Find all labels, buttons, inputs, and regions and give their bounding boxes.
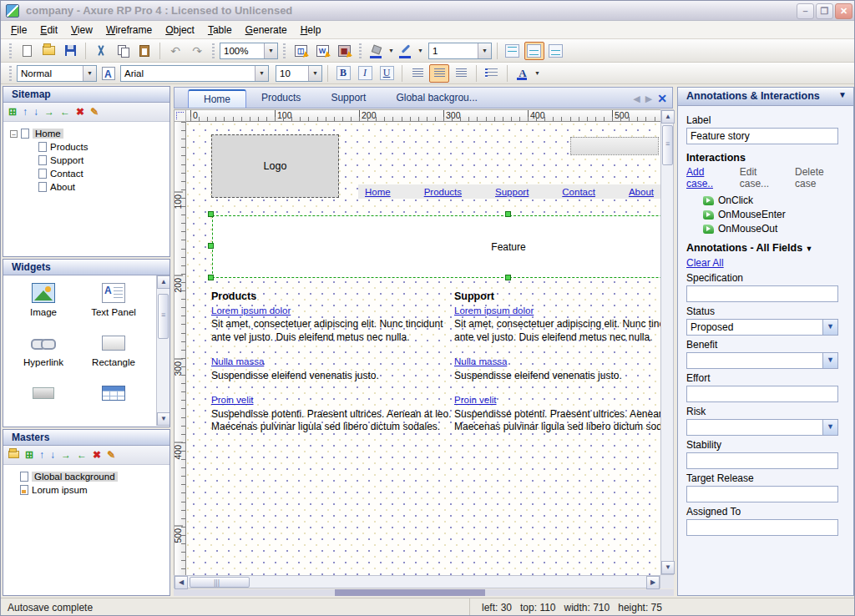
target-release-input[interactable]: [686, 486, 838, 502]
open-button[interactable]: [38, 42, 58, 60]
chevron-down-icon[interactable]: ▼: [388, 48, 394, 53]
widget-hyperlink[interactable]: Hyperlink: [8, 329, 78, 367]
new-folder-icon[interactable]: [8, 450, 19, 460]
scrollbar-thumb[interactable]: [158, 294, 169, 339]
nav-link-home[interactable]: Home: [365, 187, 391, 197]
wireframe-link[interactable]: Proin velit: [454, 395, 497, 405]
menu-edit[interactable]: Edit: [33, 22, 64, 38]
resize-handle-bottom-middle[interactable]: [505, 275, 511, 280]
risk-select[interactable]: ▼: [686, 419, 838, 436]
zoom-combobox[interactable]: 100% ▼: [220, 43, 278, 59]
indent-icon[interactable]: →: [44, 107, 54, 117]
edit-master-icon[interactable]: ✎: [107, 450, 115, 460]
redo-button[interactable]: ↷: [187, 42, 207, 60]
widget-button[interactable]: [8, 379, 78, 407]
delete-case-link[interactable]: Delete case: [795, 166, 845, 189]
specification-input[interactable]: [686, 285, 838, 302]
effort-input[interactable]: [686, 386, 838, 402]
chevron-down-icon[interactable]: ▼: [822, 420, 837, 435]
products-column[interactable]: Products Lorem ipsum dolor Sit amet, con…: [211, 290, 456, 446]
menu-table[interactable]: Table: [201, 22, 239, 38]
restore-button[interactable]: ❐: [816, 3, 833, 19]
menu-wireframe[interactable]: Wireframe: [99, 22, 159, 38]
resize-handle-top-middle[interactable]: [505, 211, 511, 217]
pane-scrollbar[interactable]: [174, 589, 674, 596]
chevron-down-icon[interactable]: ▼: [255, 66, 268, 81]
chevron-down-icon[interactable]: ▼: [534, 70, 540, 76]
menu-object[interactable]: Object: [159, 22, 201, 38]
close-button[interactable]: ✕: [835, 3, 852, 19]
menu-view[interactable]: View: [64, 22, 99, 38]
clear-all-link[interactable]: Clear All: [686, 257, 724, 269]
scrollbar-thumb[interactable]: [662, 125, 673, 165]
move-up-icon[interactable]: ↑: [39, 450, 44, 460]
align-left-button[interactable]: [407, 64, 428, 83]
font-color-button[interactable]: A: [513, 64, 533, 83]
event-onclick[interactable]: OnClick: [703, 194, 845, 206]
nav-link-about[interactable]: About: [629, 187, 654, 197]
search-box-widget[interactable]: [570, 137, 659, 155]
edit-page-icon[interactable]: ✎: [90, 107, 99, 117]
feature-widget-selected[interactable]: Feature: [212, 215, 660, 278]
toolbar-grip[interactable]: [9, 66, 12, 81]
outdent-icon[interactable]: ←: [60, 107, 70, 117]
tab-scroll-right-icon[interactable]: ▶: [645, 93, 652, 104]
bold-button[interactable]: B: [333, 64, 353, 83]
tree-item-about[interactable]: About: [38, 180, 169, 194]
delete-page-icon[interactable]: ✖: [76, 107, 84, 117]
benefit-select[interactable]: ▼: [686, 352, 838, 369]
underline-button[interactable]: U: [377, 64, 397, 83]
wireframe-link[interactable]: Nulla massa: [454, 356, 507, 366]
menu-file[interactable]: File: [4, 22, 33, 38]
tab-products[interactable]: Products: [246, 89, 316, 108]
font-combobox[interactable]: Arial ▼: [120, 65, 269, 82]
delete-master-icon[interactable]: ✖: [93, 450, 101, 460]
wireframe-link[interactable]: Proin velit: [211, 395, 254, 405]
widget-table[interactable]: [78, 379, 149, 407]
add-page-icon[interactable]: ⊞: [8, 107, 17, 117]
bullet-list-button[interactable]: [482, 64, 502, 83]
chevron-down-icon[interactable]: ▼: [822, 320, 837, 335]
minimize-button[interactable]: –: [797, 3, 814, 19]
widgets-scrollbar[interactable]: ▲ ▼: [156, 275, 169, 426]
indent-icon[interactable]: →: [61, 450, 71, 460]
new-button[interactable]: [17, 42, 37, 60]
chevron-down-icon[interactable]: ▼: [838, 90, 847, 105]
generate-spec-button[interactable]: ▦: [334, 42, 354, 60]
style-combobox[interactable]: Normal ▼: [17, 65, 97, 82]
scrollbar-thumb[interactable]: [190, 577, 250, 588]
scroll-up-icon[interactable]: ▲: [661, 110, 675, 124]
move-up-icon[interactable]: ↑: [23, 107, 28, 117]
copy-button[interactable]: [113, 42, 133, 60]
undo-button[interactable]: ↶: [165, 42, 185, 60]
toolbar-grip[interactable]: [212, 43, 215, 58]
toolbar-grip[interactable]: [283, 43, 286, 58]
scroll-right-icon[interactable]: ▶: [646, 576, 660, 589]
master-item-global-background[interactable]: Global background: [20, 470, 169, 483]
wireframe-link[interactable]: Lorem ipsum dolor: [454, 305, 534, 316]
outdent-icon[interactable]: ←: [77, 450, 87, 460]
paste-button[interactable]: [134, 42, 154, 60]
chevron-down-icon[interactable]: ▼: [83, 66, 96, 81]
resize-handle-top-left[interactable]: [208, 211, 214, 217]
toolbar-grip[interactable]: [9, 43, 12, 58]
event-onmouseout[interactable]: OnMouseOut: [703, 223, 845, 235]
logo-widget[interactable]: Logo: [211, 134, 339, 198]
line-color-button[interactable]: [396, 42, 416, 60]
cut-button[interactable]: [91, 42, 111, 60]
support-column[interactable]: Support Lorem ipsum dolor Sit amet, cons…: [454, 290, 660, 446]
all-fields-heading[interactable]: Annotations - All Fields ▼: [686, 242, 845, 254]
tree-item-products[interactable]: Products: [38, 140, 169, 154]
scroll-down-icon[interactable]: ▼: [661, 561, 675, 574]
toolbar-grip[interactable]: [359, 43, 362, 58]
scroll-down-icon[interactable]: ▼: [157, 412, 169, 426]
master-item-lorum-ipsum[interactable]: Lorum ipsum: [20, 483, 169, 497]
paragraph-spacing-button[interactable]: [99, 64, 119, 83]
nav-link-support[interactable]: Support: [495, 187, 529, 197]
widget-image[interactable]: Image: [8, 279, 78, 317]
save-button[interactable]: [60, 42, 80, 60]
move-down-icon[interactable]: ↓: [33, 107, 38, 117]
annotations-panel-header[interactable]: Annotations & Interactions ▼: [678, 88, 853, 106]
scroll-up-icon[interactable]: ▲: [157, 275, 169, 289]
stability-input[interactable]: [686, 452, 838, 469]
